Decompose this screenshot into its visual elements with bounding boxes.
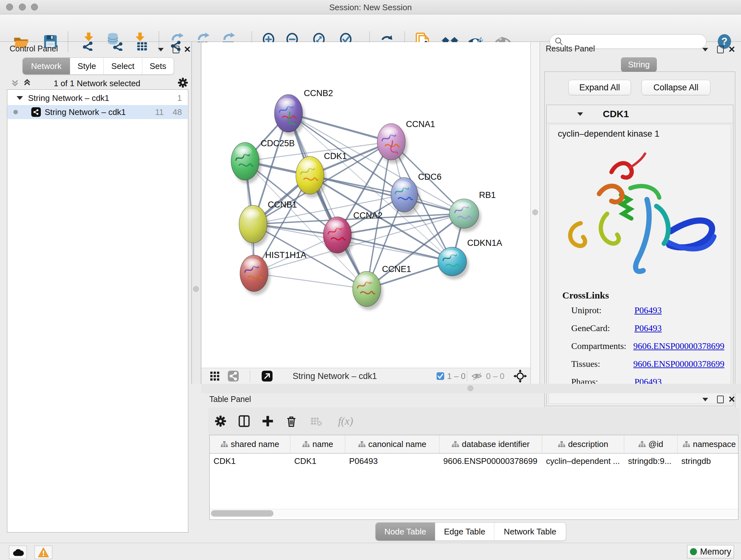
table-header-row: shared namenamecanonical namedatabase id… bbox=[210, 435, 738, 454]
column-header-canonical-name[interactable]: canonical name bbox=[345, 435, 440, 453]
table-panel-close-icon[interactable]: ✕ bbox=[726, 394, 737, 405]
tab-string[interactable]: String bbox=[621, 57, 657, 72]
create-column-plus-icon[interactable] bbox=[260, 413, 276, 429]
collection-expand-icon[interactable] bbox=[17, 96, 23, 100]
memory-button[interactable]: Memory bbox=[687, 545, 734, 558]
birdseye-grid-icon[interactable] bbox=[210, 370, 220, 382]
node-label-rb1: RB1 bbox=[479, 190, 496, 200]
table-cell[interactable]: 9606.ENSP00000378699 bbox=[440, 454, 542, 469]
table-hscrollbar-thumb[interactable] bbox=[211, 510, 273, 516]
show-columns-icon[interactable] bbox=[236, 413, 252, 429]
crosslink-row: Tissues:9606.ENSP00000378699 bbox=[571, 359, 724, 369]
selected-checkbox[interactable] bbox=[436, 370, 445, 382]
crosslink-label: Compartments: bbox=[571, 341, 633, 351]
control-panel-float-icon[interactable] bbox=[171, 44, 181, 55]
crosslink-link[interactable]: 9606.ENSP00000378699 bbox=[633, 359, 724, 369]
warnings-button[interactable] bbox=[35, 546, 52, 559]
table-cell[interactable]: stringdb:9... bbox=[624, 454, 677, 469]
node-label-cdkn1a: CDKN1A bbox=[467, 238, 502, 248]
column-header-name[interactable]: name bbox=[290, 435, 345, 453]
column-header-database-identifier[interactable]: database identifier bbox=[440, 435, 542, 453]
edge-ccna2-cdkn1a[interactable] bbox=[337, 235, 452, 261]
hidden-eye-icon[interactable] bbox=[471, 370, 482, 382]
network-node-ccnb2[interactable] bbox=[274, 95, 305, 136]
collapse-all-button[interactable]: Collapse All bbox=[642, 80, 711, 95]
tab-node-table[interactable]: Node Table bbox=[376, 523, 435, 541]
tab-network-table[interactable]: Network Table bbox=[494, 523, 566, 541]
edge-ccnb2-ccne1[interactable] bbox=[288, 113, 367, 289]
table-row[interactable]: CDK1CDK1P064939606.ENSP00000378699cyclin… bbox=[210, 454, 738, 469]
table-settings-gear-icon[interactable] bbox=[212, 413, 228, 429]
table-cell[interactable]: CDK1 bbox=[210, 454, 290, 469]
horizontal-splitter-handle[interactable] bbox=[468, 385, 473, 391]
table-panel-collapse-icon[interactable] bbox=[700, 394, 711, 405]
network-view-share-icon[interactable] bbox=[227, 370, 239, 382]
network-graph[interactable]: CCNB2CCNA1CDC25BCDK1CDC6RB1CCNB1CCNA2CDK… bbox=[201, 42, 530, 367]
delete-table-icon-disabled bbox=[308, 413, 324, 429]
network-node-rb1[interactable] bbox=[449, 199, 481, 232]
network-node-cdkn1a[interactable] bbox=[438, 247, 469, 279]
crosslink-row: Uniprot:P06493 bbox=[571, 305, 724, 315]
selected-counts: 1 – 0 bbox=[447, 370, 466, 382]
tab-edge-table[interactable]: Edge Table bbox=[435, 523, 494, 541]
table-cell[interactable]: cyclin–dependent ... bbox=[542, 454, 624, 469]
tab-sets[interactable]: Sets bbox=[142, 58, 174, 74]
control-panel-tab-bar: Network Style Select Sets bbox=[22, 57, 174, 75]
control-panel-collapse-icon[interactable] bbox=[155, 44, 166, 55]
right-splitter-handle[interactable] bbox=[532, 209, 538, 215]
crosslink-link[interactable]: P06493 bbox=[634, 305, 662, 315]
node-label-cdc6: CDC6 bbox=[418, 172, 442, 182]
network-node-ccne1[interactable] bbox=[353, 271, 383, 310]
column-header-shared-name[interactable]: shared name bbox=[210, 435, 290, 453]
results-panel-close-icon[interactable]: ✕ bbox=[726, 44, 737, 55]
column-header--id[interactable]: @id bbox=[624, 435, 677, 453]
network-node-ccnb1[interactable] bbox=[239, 205, 269, 246]
node-label-ccnb1: CCNB1 bbox=[268, 200, 297, 209]
gene-detail-box: cyclin–dependent kinase 1 bbox=[549, 124, 731, 404]
table-cell[interactable]: stringdb bbox=[677, 454, 738, 469]
gene-section-box: CDK1 cyclin–dependent kinase 1 bbox=[546, 105, 733, 406]
column-header-namespace[interactable]: namespace bbox=[677, 435, 738, 453]
table-hscrollbar[interactable] bbox=[210, 509, 738, 517]
table-panel-float-icon[interactable] bbox=[715, 394, 726, 405]
gene-header-row[interactable]: CDK1 bbox=[547, 105, 733, 123]
tab-select[interactable]: Select bbox=[104, 58, 142, 74]
table-cell[interactable]: CDK1 bbox=[290, 454, 345, 469]
cloud-icon bbox=[12, 548, 24, 557]
left-splitter-handle[interactable] bbox=[193, 286, 199, 292]
node-label-hist1h1a: HIST1H1A bbox=[265, 250, 307, 260]
edge-hist1h1a-ccne1[interactable] bbox=[254, 273, 367, 289]
results-panel-title: Results Panel bbox=[546, 44, 595, 53]
tab-style[interactable]: Style bbox=[70, 58, 104, 74]
delete-column-trash-icon[interactable] bbox=[283, 413, 299, 429]
network-node-ccna2[interactable] bbox=[323, 217, 354, 257]
memory-status-dot bbox=[690, 548, 697, 555]
gene-collapse-icon[interactable] bbox=[577, 112, 583, 116]
open-in-new-icon[interactable] bbox=[261, 370, 273, 382]
network-collection-row[interactable]: String Network – cdk1 1 bbox=[8, 91, 188, 105]
memory-label: Memory bbox=[700, 547, 731, 557]
crosslink-link[interactable]: P06493 bbox=[634, 323, 662, 333]
network-options-gear-icon[interactable] bbox=[177, 77, 189, 89]
left-panel-splitter[interactable] bbox=[192, 42, 201, 384]
network-canvas[interactable]: CCNB2CCNA1CDC25BCDK1CDC6RB1CCNB1CCNA2CDK… bbox=[201, 42, 530, 368]
fit-content-crosshair-icon[interactable] bbox=[514, 370, 527, 382]
node-label-cdk1: CDK1 bbox=[324, 151, 347, 161]
control-panel-close-icon[interactable]: ✕ bbox=[182, 44, 193, 55]
table-cell[interactable]: P06493 bbox=[345, 454, 440, 469]
network-node-count: 11 bbox=[155, 107, 164, 117]
results-panel-float-icon[interactable] bbox=[715, 44, 726, 55]
network-edge-count: 48 bbox=[173, 107, 182, 117]
network-row-selected[interactable]: String Network – cdk1 11 48 bbox=[8, 105, 188, 119]
application-window: Session: New Session bbox=[0, 0, 741, 560]
column-header-description[interactable]: description bbox=[542, 435, 624, 453]
collection-count: 1 bbox=[178, 93, 182, 103]
control-panel-title: Control Panel bbox=[10, 44, 58, 53]
network-node-hist1h1a[interactable] bbox=[240, 255, 270, 295]
table-body: CDK1CDK1P064939606.ENSP00000378699cyclin… bbox=[210, 454, 738, 469]
expand-all-button[interactable]: Expand All bbox=[568, 80, 631, 95]
crosslink-link[interactable]: 9606.ENSP00000378699 bbox=[633, 341, 724, 351]
cloud-status-button[interactable] bbox=[9, 546, 27, 559]
tab-network[interactable]: Network bbox=[23, 58, 70, 74]
results-panel-collapse-icon[interactable] bbox=[700, 44, 711, 55]
